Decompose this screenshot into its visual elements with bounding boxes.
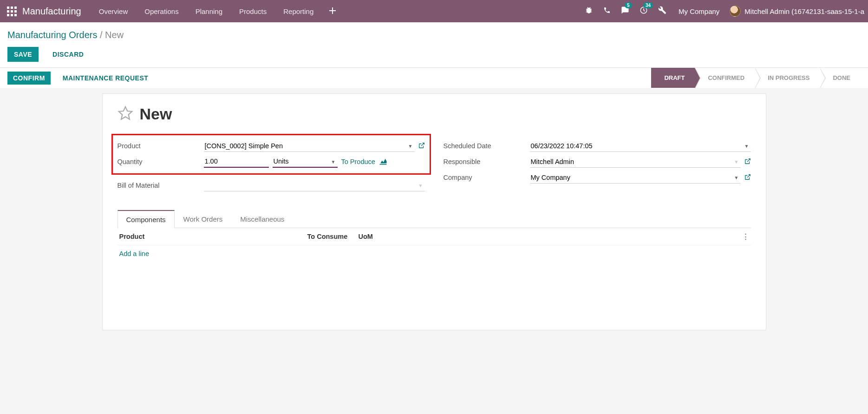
tabs: Components Work Orders Miscellaneous <box>117 210 751 228</box>
navbar: Manufacturing Overview Operations Planni… <box>0 0 868 22</box>
highlight-box: Product ▼ Quantity <box>111 134 431 175</box>
col-uom: UoM <box>359 233 740 240</box>
phone-icon[interactable] <box>601 5 613 18</box>
product-input[interactable] <box>204 140 415 152</box>
avatar <box>730 6 741 17</box>
nav-new-icon[interactable] <box>322 7 343 16</box>
apps-icon[interactable] <box>4 3 20 19</box>
company-input[interactable] <box>530 172 741 184</box>
breadcrumb: Manufacturing Orders / New <box>7 27 861 47</box>
confirm-button[interactable]: CONFIRM <box>7 72 51 85</box>
nav-item-products[interactable]: Products <box>231 1 275 22</box>
tab-work-orders[interactable]: Work Orders <box>175 210 232 228</box>
responsible-input[interactable] <box>530 156 741 168</box>
nav-menu: Overview Operations Planning Products Re… <box>91 1 322 22</box>
status-step-in-progress[interactable]: IN PROGRESS <box>755 68 820 88</box>
tools-icon[interactable] <box>656 4 668 18</box>
maintenance-button[interactable]: MAINTENANCE REQUEST <box>57 72 154 85</box>
responsible-label: Responsible <box>444 158 527 165</box>
product-label: Product <box>117 142 201 150</box>
breadcrumb-parent[interactable]: Manufacturing Orders <box>7 30 97 40</box>
nav-item-operations[interactable]: Operations <box>136 1 187 22</box>
external-link-icon[interactable] <box>744 174 751 182</box>
activities-badge: 34 <box>643 2 653 8</box>
form-sheet: New Product ▼ <box>102 93 766 330</box>
company-label: Company <box>444 174 527 181</box>
save-button[interactable]: SAVE <box>7 47 39 62</box>
brand[interactable]: Manufacturing <box>22 6 81 17</box>
kebab-icon[interactable]: ⋮ <box>740 233 749 240</box>
external-link-icon[interactable] <box>418 142 425 150</box>
company-switcher[interactable]: My Company <box>675 7 723 15</box>
status-step-confirmed[interactable]: CONFIRMED <box>695 68 755 88</box>
external-link-icon[interactable] <box>744 158 751 166</box>
scheduled-input[interactable] <box>530 140 751 152</box>
forecast-icon[interactable] <box>379 158 387 166</box>
status-step-done[interactable]: DONE <box>820 68 861 88</box>
control-panel: Manufacturing Orders / New SAVE DISCARD <box>0 22 868 67</box>
bom-label: Bill of Material <box>117 182 201 189</box>
to-produce-link[interactable]: To Produce <box>341 158 375 165</box>
status-steps: DRAFT CONFIRMED IN PROGRESS DONE <box>651 68 861 88</box>
star-icon[interactable] <box>117 105 133 123</box>
col-product: Product <box>119 233 307 240</box>
quantity-label: Quantity <box>117 158 201 165</box>
bom-input[interactable] <box>204 180 425 191</box>
scheduled-label: Scheduled Date <box>444 142 527 150</box>
bug-icon[interactable] <box>583 4 595 18</box>
col-consume: To Consume <box>307 233 359 240</box>
add-line-link[interactable]: Add a line <box>117 245 751 262</box>
uom-input[interactable] <box>273 156 338 168</box>
nav-item-reporting[interactable]: Reporting <box>275 1 322 22</box>
status-step-draft[interactable]: DRAFT <box>651 68 695 88</box>
activities-icon[interactable]: 34 <box>638 4 650 18</box>
messages-icon[interactable]: 5 <box>619 4 631 18</box>
tab-misc[interactable]: Miscellaneous <box>231 210 293 228</box>
page-title: New <box>140 105 172 123</box>
nav-item-overview[interactable]: Overview <box>91 1 137 22</box>
tab-components[interactable]: Components <box>117 210 175 228</box>
nav-item-planning[interactable]: Planning <box>187 1 231 22</box>
messages-badge: 5 <box>625 2 632 8</box>
user-menu[interactable]: Mitchell Admin (16742131-saas-15-1-a <box>730 6 864 17</box>
quantity-input[interactable] <box>204 156 269 168</box>
user-name: Mitchell Admin (16742131-saas-15-1-a <box>744 7 864 15</box>
breadcrumb-current: New <box>105 30 124 40</box>
discard-button[interactable]: DISCARD <box>46 47 90 62</box>
statusbar: CONFIRM MAINTENANCE REQUEST DRAFT CONFIR… <box>0 67 868 88</box>
tab-components-content: Product To Consume UoM ⋮ Add a line <box>117 228 751 262</box>
